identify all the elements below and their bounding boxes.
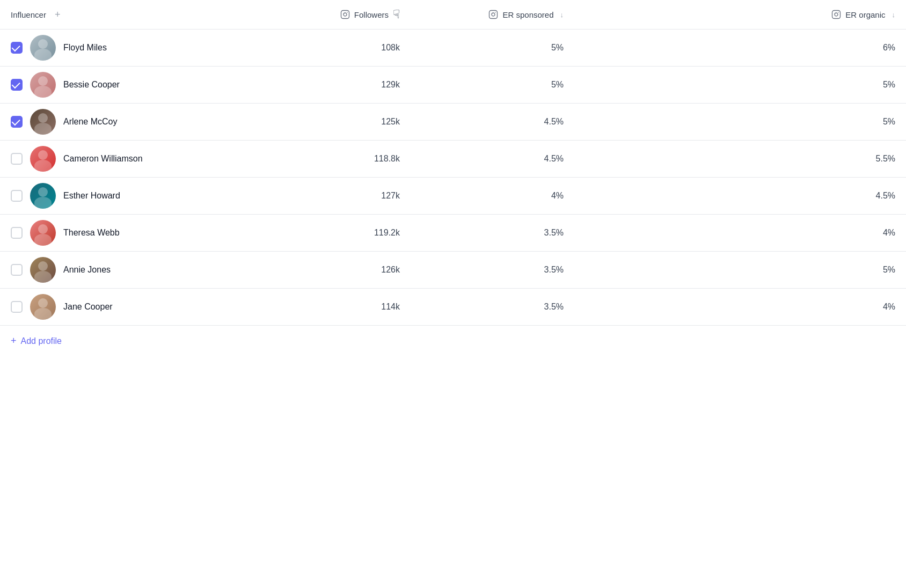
table-row-jane-cooper: Jane Cooper114k3.5%4% [0,289,906,326]
er-organic-esther-howard: 4.5% [574,178,906,215]
svg-point-8 [838,12,839,13]
er-organic-header-label: ER organic [845,10,885,19]
er-organic-floyd-miles: 6% [574,30,906,67]
followers-bessie-cooper: 129k [247,67,411,104]
table-row-esther-howard: Esther Howard127k4%4.5% [0,178,906,215]
add-profile-empty-2 [411,326,574,357]
followers-sort-cursor-icon[interactable]: ☟ [393,8,400,21]
influencer-name-cameron-williamson: Cameron Williamson [63,154,143,164]
followers-column-header: Followers ☟ [247,0,411,30]
instagram-er-organic-icon [831,10,841,19]
table-row-cameron-williamson: Cameron Williamson118.8k4.5%5.5% [0,141,906,178]
svg-point-4 [492,13,495,16]
avatar-arlene-mccoy [30,109,56,135]
svg-rect-0 [341,11,349,19]
followers-floyd-miles: 108k [247,30,411,67]
add-profile-empty-1 [247,326,411,357]
influencer-column-header: Influencer + [0,0,247,30]
influencer-table-container: Influencer + Followers [0,0,906,588]
checkbox-floyd-miles[interactable] [11,42,23,54]
svg-point-2 [347,12,348,13]
er-organic-jane-cooper: 4% [574,289,906,326]
avatar-floyd-miles [30,35,56,61]
influencer-name-floyd-miles: Floyd Miles [63,43,107,53]
influencer-table: Influencer + Followers [0,0,906,356]
influencer-cell-arlene-mccoy: Arlene McCoy [0,104,247,141]
influencer-cell-bessie-cooper: Bessie Cooper [0,67,247,104]
er-sponsored-floyd-miles: 5% [411,30,574,67]
influencer-name-annie-jones: Annie Jones [63,265,111,275]
er-organic-arlene-mccoy: 5% [574,104,906,141]
svg-point-7 [835,13,838,16]
avatar-jane-cooper [30,294,56,320]
avatar-cameron-williamson [30,146,56,172]
followers-header-label: Followers [354,10,389,19]
add-profile-button[interactable]: +Add profile [11,335,62,347]
er-sponsored-annie-jones: 3.5% [411,252,574,289]
er-organic-bessie-cooper: 5% [574,67,906,104]
checkbox-cameron-williamson[interactable] [11,153,23,165]
influencer-cell-jane-cooper: Jane Cooper [0,289,247,326]
followers-arlene-mccoy: 125k [247,104,411,141]
add-profile-row: +Add profile [0,326,906,357]
influencer-cell-floyd-miles: Floyd Miles [0,30,247,67]
checkbox-bessie-cooper[interactable] [11,79,23,91]
influencer-cell-theresa-webb: Theresa Webb [0,215,247,252]
followers-jane-cooper: 114k [247,289,411,326]
svg-rect-6 [832,11,841,19]
followers-esther-howard: 127k [247,178,411,215]
er-sponsored-esther-howard: 4% [411,178,574,215]
er-organic-theresa-webb: 4% [574,215,906,252]
svg-point-5 [495,12,496,13]
avatar-bessie-cooper [30,72,56,98]
checkbox-annie-jones[interactable] [11,264,23,276]
influencer-name-esther-howard: Esther Howard [63,191,120,201]
instagram-icon [340,10,350,19]
table-row-annie-jones: Annie Jones126k3.5%5% [0,252,906,289]
er-sponsored-arlene-mccoy: 4.5% [411,104,574,141]
er-sponsored-jane-cooper: 3.5% [411,289,574,326]
followers-annie-jones: 126k [247,252,411,289]
table-header-row: Influencer + Followers [0,0,906,30]
add-profile-cell: +Add profile [0,326,247,357]
checkbox-jane-cooper[interactable] [11,301,23,313]
checkbox-arlene-mccoy[interactable] [11,116,23,128]
avatar-theresa-webb [30,220,56,246]
table-row-floyd-miles: Floyd Miles108k5%6% [0,30,906,67]
svg-rect-3 [489,11,498,19]
influencer-cell-annie-jones: Annie Jones [0,252,247,289]
table-row-bessie-cooper: Bessie Cooper129k5%5% [0,67,906,104]
influencer-name-bessie-cooper: Bessie Cooper [63,80,120,90]
er-sponsored-bessie-cooper: 5% [411,67,574,104]
er-sponsored-header-label: ER sponsored [502,10,553,19]
table-row-theresa-webb: Theresa Webb119.2k3.5%4% [0,215,906,252]
er-sponsored-cameron-williamson: 4.5% [411,141,574,178]
checkbox-theresa-webb[interactable] [11,227,23,239]
add-profile-label: Add profile [21,336,62,346]
er-organic-sort-icon[interactable]: ↓ [892,11,896,19]
table-row-arlene-mccoy: Arlene McCoy125k4.5%5% [0,104,906,141]
influencer-name-jane-cooper: Jane Cooper [63,302,113,312]
add-profile-plus-icon: + [11,335,17,347]
avatar-annie-jones [30,257,56,283]
followers-cameron-williamson: 118.8k [247,141,411,178]
checkbox-esther-howard[interactable] [11,190,23,202]
er-organic-column-header: ER organic ↓ [574,0,906,30]
influencer-cell-cameron-williamson: Cameron Williamson [0,141,247,178]
followers-theresa-webb: 119.2k [247,215,411,252]
influencer-name-arlene-mccoy: Arlene McCoy [63,117,117,127]
er-organic-cameron-williamson: 5.5% [574,141,906,178]
er-sponsored-column-header: ER sponsored ↓ [411,0,574,30]
add-column-icon[interactable]: + [55,9,61,20]
instagram-er-sponsored-icon [488,10,498,19]
influencer-name-theresa-webb: Theresa Webb [63,228,120,238]
er-sponsored-theresa-webb: 3.5% [411,215,574,252]
svg-point-1 [344,13,347,16]
er-organic-annie-jones: 5% [574,252,906,289]
avatar-esther-howard [30,183,56,209]
influencer-cell-esther-howard: Esther Howard [0,178,247,215]
influencer-header-label: Influencer [11,10,46,19]
add-profile-empty-3 [574,326,906,357]
er-sponsored-sort-icon[interactable]: ↓ [560,11,564,19]
